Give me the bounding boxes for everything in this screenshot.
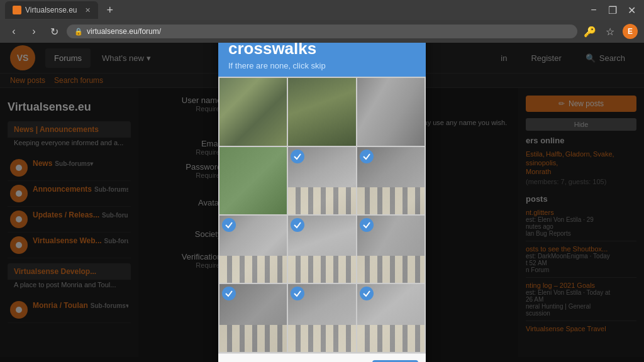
address-bar[interactable]: 🔒 virtualsense.eu/forum/ — [67, 25, 577, 38]
captcha-cell-2[interactable] — [288, 78, 355, 145]
lock-icon: 🔒 — [74, 28, 83, 36]
check-overlay-9 — [360, 218, 374, 232]
captcha-subtitle: If there are none, click skip — [228, 61, 416, 70]
captcha-cell-1[interactable] — [219, 78, 287, 145]
captcha-cell-8[interactable] — [288, 216, 355, 283]
captcha-title: crosswalks — [228, 43, 416, 58]
captcha-overlay: Select all squares with crosswalks If th… — [0, 43, 644, 362]
browser-tab[interactable]: Virtualsense.eu ✕ — [5, 1, 98, 19]
captcha-image-grid — [218, 77, 426, 353]
url-text: virtualsense.eu/forum/ — [87, 27, 161, 36]
reload-button[interactable]: ↻ — [47, 24, 62, 39]
captcha-header: Select all squares with crosswalks If th… — [218, 43, 426, 77]
forward-button[interactable]: › — [26, 24, 42, 39]
captcha-cell-5[interactable] — [288, 147, 355, 214]
tab-favicon — [13, 6, 21, 14]
back-button[interactable]: ‹ — [6, 24, 21, 39]
close-button[interactable]: ✕ — [624, 3, 639, 18]
browser-chrome: Virtualsense.eu ✕ + − ❐ ✕ ‹ › ↻ 🔒 virtua… — [0, 0, 644, 43]
browser-titlebar: Virtualsense.eu ✕ + − ❐ ✕ — [0, 0, 644, 20]
profile-avatar[interactable]: E — [623, 24, 638, 39]
minimize-button[interactable]: − — [586, 3, 601, 18]
captcha-cell-6[interactable] — [357, 147, 425, 214]
captcha-cell-3[interactable] — [357, 78, 425, 145]
captcha-modal: Select all squares with crosswalks If th… — [218, 43, 426, 362]
captcha-cell-10[interactable] — [219, 284, 287, 351]
key-icon[interactable]: 🔑 — [582, 24, 597, 39]
check-overlay-5 — [291, 150, 304, 163]
forum-page: VS Forums What's new ▾ in Register 🔍 Sea… — [0, 43, 644, 362]
captcha-image-4 — [219, 147, 287, 214]
tab-close-button[interactable]: ✕ — [85, 6, 91, 14]
captcha-cell-12[interactable] — [357, 284, 425, 351]
captcha-footer: ↺ 🎧 ℹ NEXT — [218, 353, 426, 362]
browser-actions: 🔑 ☆ E — [582, 24, 638, 39]
new-tab-button[interactable]: + — [103, 4, 118, 17]
captcha-cell-4[interactable] — [219, 147, 287, 214]
check-overlay-6 — [360, 150, 374, 163]
captcha-image-2 — [288, 78, 355, 145]
tab-label: Virtualsense.eu — [25, 6, 77, 14]
captcha-cell-9[interactable] — [357, 216, 425, 283]
check-overlay-7 — [222, 218, 236, 232]
browser-controls: ‹ › ↻ 🔒 virtualsense.eu/forum/ 🔑 ☆ E — [0, 20, 644, 43]
maximize-button[interactable]: ❐ — [605, 3, 620, 18]
captcha-cell-11[interactable] — [288, 284, 355, 351]
captcha-image-1 — [219, 78, 287, 145]
captcha-image-3 — [357, 78, 425, 145]
captcha-cell-7[interactable] — [219, 216, 287, 283]
star-icon[interactable]: ☆ — [602, 24, 618, 39]
check-overlay-12 — [360, 287, 374, 300]
